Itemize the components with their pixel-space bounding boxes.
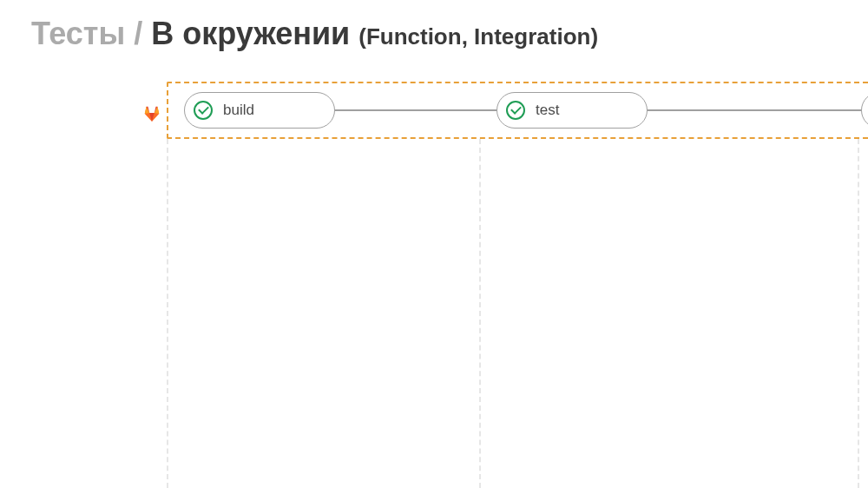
gitlab-icon [142, 103, 161, 122]
status-success-icon [506, 101, 525, 120]
column-divider [858, 139, 859, 488]
pipeline-row: build test [184, 92, 868, 129]
check-icon [510, 103, 522, 115]
stage-label: build [223, 102, 254, 119]
title-main: В окружении [151, 16, 358, 51]
page-title: Тесты / В окружении (Function, Integrati… [31, 16, 598, 52]
breadcrumb: Тесты / [31, 16, 151, 51]
pipeline-stage-test[interactable]: test [496, 92, 648, 129]
pipeline-connector [648, 109, 861, 111]
status-success-icon [194, 101, 213, 120]
pipeline-stage-build[interactable]: build [184, 92, 335, 129]
pipeline-stage-next[interactable] [861, 92, 868, 129]
pipeline-connector [335, 109, 496, 111]
column-divider [479, 139, 481, 488]
check-icon [198, 103, 209, 115]
stage-label: test [536, 102, 559, 119]
column-divider [167, 139, 168, 488]
title-subtitle: (Function, Integration) [358, 23, 598, 49]
